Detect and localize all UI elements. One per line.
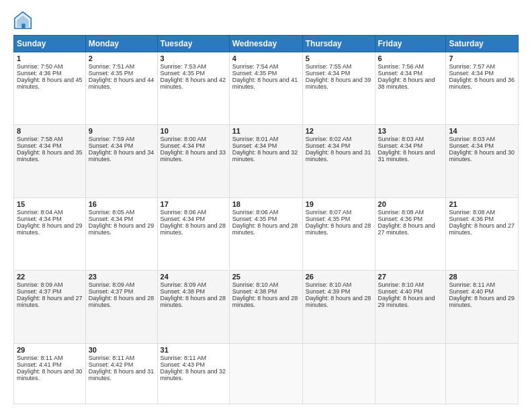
day-number: 19 [306, 200, 372, 208]
day-number: 9 [89, 127, 154, 135]
logo-icon [13, 11, 32, 30]
calendar-cell [229, 343, 302, 404]
calendar-cell: 11 Sunrise: 8:01 AM Sunset: 4:34 PM Dayl… [229, 125, 302, 197]
sunrise-label: Sunrise: 7:50 AM [17, 63, 63, 70]
sunset-label: Sunset: 4:35 PM [306, 216, 351, 222]
day-number: 13 [378, 127, 443, 135]
header [13, 11, 519, 30]
sunrise-label: Sunrise: 8:11 AM [17, 355, 63, 361]
daylight-label: Daylight: 8 hours and 32 minutes. [161, 368, 226, 381]
calendar: SundayMondayTuesdayWednesdayThursdayFrid… [13, 35, 519, 404]
daylight-label: Daylight: 8 hours and 28 minutes. [161, 295, 226, 308]
daylight-label: Daylight: 8 hours and 28 minutes. [89, 295, 154, 308]
sunset-label: Sunset: 4:40 PM [449, 288, 494, 295]
weekday-header-saturday: Saturday [446, 36, 519, 52]
sunset-label: Sunset: 4:39 PM [306, 288, 351, 295]
sunrise-label: Sunrise: 8:00 AM [161, 136, 207, 142]
day-number: 22 [17, 273, 83, 281]
sunset-label: Sunset: 4:41 PM [17, 361, 62, 368]
calendar-cell: 1 Sunrise: 7:50 AM Sunset: 4:36 PM Dayli… [14, 52, 86, 125]
sunset-label: Sunset: 4:34 PM [232, 142, 277, 149]
daylight-label: Daylight: 8 hours and 31 minutes. [306, 149, 371, 163]
week-row-2: 8 Sunrise: 7:58 AM Sunset: 4:34 PM Dayli… [14, 125, 519, 197]
calendar-cell: 31 Sunrise: 8:11 AM Sunset: 4:43 PM Dayl… [157, 343, 229, 404]
day-number: 31 [161, 346, 226, 354]
day-number: 21 [449, 200, 515, 208]
week-row-1: 1 Sunrise: 7:50 AM Sunset: 4:36 PM Dayli… [14, 52, 519, 125]
week-row-4: 22 Sunrise: 8:09 AM Sunset: 4:37 PM Dayl… [14, 271, 519, 343]
sunrise-label: Sunrise: 8:05 AM [89, 209, 135, 216]
sunset-label: Sunset: 4:34 PM [449, 70, 494, 77]
daylight-label: Daylight: 8 hours and 30 minutes. [449, 149, 515, 163]
calendar-cell: 29 Sunrise: 8:11 AM Sunset: 4:41 PM Dayl… [14, 343, 86, 404]
day-number: 6 [378, 54, 443, 62]
calendar-cell [302, 343, 375, 404]
day-number: 26 [306, 273, 372, 281]
day-number: 27 [378, 273, 443, 281]
sunset-label: Sunset: 4:34 PM [306, 142, 351, 149]
sunset-label: Sunset: 4:34 PM [449, 142, 494, 149]
daylight-label: Daylight: 8 hours and 28 minutes. [306, 222, 371, 236]
calendar-cell: 17 Sunrise: 8:06 AM Sunset: 4:34 PM Dayl… [157, 197, 229, 270]
daylight-label: Daylight: 8 hours and 42 minutes. [161, 77, 226, 90]
day-number: 30 [89, 346, 154, 354]
day-number: 18 [232, 200, 300, 208]
sunrise-label: Sunrise: 7:58 AM [17, 136, 63, 142]
sunset-label: Sunset: 4:34 PM [89, 142, 134, 149]
weekday-header-wednesday: Wednesday [229, 36, 302, 52]
sunrise-label: Sunrise: 7:56 AM [378, 63, 425, 70]
sunset-label: Sunset: 4:37 PM [17, 288, 62, 295]
sunset-label: Sunset: 4:35 PM [161, 70, 206, 77]
daylight-label: Daylight: 8 hours and 45 minutes. [17, 77, 83, 90]
sunset-label: Sunset: 4:34 PM [161, 216, 206, 222]
sunset-label: Sunset: 4:34 PM [161, 142, 206, 149]
week-row-3: 15 Sunrise: 8:04 AM Sunset: 4:34 PM Dayl… [14, 197, 519, 270]
svg-marker-3 [21, 24, 25, 28]
daylight-label: Daylight: 8 hours and 39 minutes. [306, 77, 371, 90]
calendar-cell: 22 Sunrise: 8:09 AM Sunset: 4:37 PM Dayl… [14, 271, 86, 343]
sunset-label: Sunset: 4:36 PM [449, 216, 494, 222]
calendar-cell: 4 Sunrise: 7:54 AM Sunset: 4:35 PM Dayli… [229, 52, 302, 125]
calendar-cell: 19 Sunrise: 8:07 AM Sunset: 4:35 PM Dayl… [302, 197, 375, 270]
day-number: 15 [17, 200, 83, 208]
logo [13, 11, 35, 30]
day-number: 4 [232, 54, 300, 62]
sunrise-label: Sunrise: 8:10 AM [306, 281, 352, 288]
weekday-header-row: SundayMondayTuesdayWednesdayThursdayFrid… [14, 36, 519, 52]
sunrise-label: Sunrise: 8:11 AM [449, 281, 495, 288]
calendar-cell [375, 343, 446, 404]
sunset-label: Sunset: 4:36 PM [17, 70, 62, 77]
calendar-cell: 10 Sunrise: 8:00 AM Sunset: 4:34 PM Dayl… [157, 125, 229, 197]
calendar-cell: 2 Sunrise: 7:51 AM Sunset: 4:35 PM Dayli… [85, 52, 157, 125]
sunrise-label: Sunrise: 8:04 AM [17, 209, 63, 216]
weekday-header-thursday: Thursday [302, 36, 375, 52]
day-number: 24 [161, 273, 226, 281]
day-number: 12 [306, 127, 372, 135]
calendar-cell: 12 Sunrise: 8:02 AM Sunset: 4:34 PM Dayl… [302, 125, 375, 197]
sunrise-label: Sunrise: 8:11 AM [89, 355, 135, 361]
daylight-label: Daylight: 8 hours and 30 minutes. [17, 368, 83, 381]
sunrise-label: Sunrise: 8:09 AM [161, 281, 207, 288]
sunset-label: Sunset: 4:34 PM [17, 216, 62, 222]
daylight-label: Daylight: 8 hours and 27 minutes. [449, 222, 515, 236]
sunrise-label: Sunrise: 8:09 AM [89, 281, 135, 288]
calendar-cell: 21 Sunrise: 8:08 AM Sunset: 4:36 PM Dayl… [446, 197, 519, 270]
sunset-label: Sunset: 4:42 PM [89, 361, 134, 368]
sunrise-label: Sunrise: 7:54 AM [232, 63, 279, 70]
calendar-cell: 24 Sunrise: 8:09 AM Sunset: 4:38 PM Dayl… [157, 271, 229, 343]
day-number: 8 [17, 127, 83, 135]
calendar-cell: 27 Sunrise: 8:10 AM Sunset: 4:40 PM Dayl… [375, 271, 446, 343]
calendar-cell: 7 Sunrise: 7:57 AM Sunset: 4:34 PM Dayli… [446, 52, 519, 125]
calendar-cell: 23 Sunrise: 8:09 AM Sunset: 4:37 PM Dayl… [85, 271, 157, 343]
weekday-header-tuesday: Tuesday [157, 36, 229, 52]
sunrise-label: Sunrise: 7:53 AM [161, 63, 207, 70]
sunrise-label: Sunrise: 8:08 AM [449, 209, 495, 216]
calendar-cell: 3 Sunrise: 7:53 AM Sunset: 4:35 PM Dayli… [157, 52, 229, 125]
calendar-cell: 9 Sunrise: 7:59 AM Sunset: 4:34 PM Dayli… [85, 125, 157, 197]
daylight-label: Daylight: 8 hours and 44 minutes. [89, 77, 154, 90]
weekday-header-sunday: Sunday [14, 36, 86, 52]
calendar-cell: 16 Sunrise: 8:05 AM Sunset: 4:34 PM Dayl… [85, 197, 157, 270]
day-number: 23 [89, 273, 154, 281]
day-number: 20 [378, 200, 443, 208]
sunset-label: Sunset: 4:43 PM [161, 361, 206, 368]
